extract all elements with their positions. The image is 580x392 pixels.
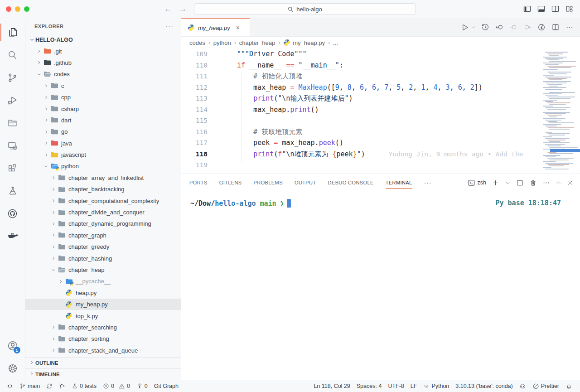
status-git-graph-status[interactable] <box>56 380 68 392</box>
code-line-117[interactable]: 117 peek = max_heap.peek() <box>181 137 536 149</box>
code-line-109[interactable]: 109"""Driver Code""" <box>181 48 536 60</box>
split-panel-icon[interactable] <box>516 179 524 187</box>
explorer-more-actions-icon[interactable]: ··· <box>165 22 174 30</box>
tab-my-heap[interactable]: my_heap.py × <box>181 18 250 36</box>
breadcrumb-item[interactable]: codes <box>189 39 205 46</box>
terminal[interactable]: ~/Dow/hello-algo main❯ Py base 18:18:47 <box>181 191 580 380</box>
status-copilot[interactable] <box>516 380 529 392</box>
run-button[interactable] <box>461 23 475 32</box>
minimize-window-button[interactable] <box>15 6 20 12</box>
tree-item-chapter-hashing[interactable]: chapter_hashing <box>25 252 181 264</box>
activity-source-control[interactable] <box>0 66 25 89</box>
tree-root[interactable]: HELLO-ALGO <box>25 34 181 45</box>
panel-tab-gitlens[interactable]: GITLENS <box>219 174 242 191</box>
more-icon[interactable] <box>542 179 550 187</box>
panel-tab-terminal[interactable]: TERMINAL <box>386 174 412 191</box>
code-line-110[interactable]: 110if __name__ == "__main__": <box>181 60 536 71</box>
tree-item-chapter-computational-complexity[interactable]: chapter_computational_complexity <box>25 195 181 206</box>
tree-item-javascript[interactable]: javascript <box>25 149 181 160</box>
panel-tab-ports[interactable]: PORTS <box>189 174 208 191</box>
chevron-up-icon[interactable] <box>556 180 561 186</box>
tree-item-top-k-py[interactable]: top_k.py <box>25 310 181 321</box>
code-line-113[interactable]: 113 print("\n输入列表并建堆后") <box>181 93 536 104</box>
code-line-111[interactable]: 111 # 初始化大顶堆 <box>181 71 536 82</box>
tree-item-my-heap-py[interactable]: my_heap.py <box>25 299 181 310</box>
run-button[interactable] <box>461 23 469 32</box>
layout-split-icon[interactable] <box>551 5 560 13</box>
tree-item-c[interactable]: c <box>25 80 181 92</box>
tree-item-chapter-heap[interactable]: chapter_heap <box>25 264 181 276</box>
layout-sidebar-left-icon[interactable] <box>523 5 532 13</box>
activity-testing[interactable] <box>0 179 25 202</box>
tree-item-cpp[interactable]: cpp <box>25 92 181 103</box>
close-window-button[interactable] <box>6 6 11 12</box>
activity-docker[interactable] <box>0 225 25 247</box>
code-editor[interactable]: 109"""Driver Code"""110if __name__ == "_… <box>181 48 580 174</box>
minimap[interactable] <box>536 48 580 174</box>
status-language-mode[interactable]: Python <box>420 380 452 392</box>
activity-search[interactable] <box>0 44 25 66</box>
status-branch[interactable]: main <box>16 380 43 392</box>
panel-tab-output[interactable]: OUTPUT <box>295 174 316 191</box>
history-icon[interactable] <box>481 23 489 31</box>
activity-accounts[interactable]: 1 <box>0 334 25 357</box>
breadcrumb-item[interactable]: ... <box>333 39 338 46</box>
status-sync[interactable] <box>43 380 56 392</box>
activity-project-manager[interactable] <box>0 111 25 134</box>
tree-item-csharp[interactable]: csharp <box>25 103 181 114</box>
previous-change-icon[interactable] <box>509 23 517 31</box>
tree-item-heap-py[interactable]: heap.py <box>25 287 181 299</box>
tree-item-chapter-dynamic-programming[interactable]: chapter_dynamic_programming <box>25 218 181 229</box>
status-eol[interactable]: LF <box>407 380 420 392</box>
breadcrumb-item[interactable]: python <box>213 39 231 46</box>
tree-item-chapter-searching[interactable]: chapter_searching <box>25 322 181 333</box>
trash-icon[interactable] <box>529 179 537 187</box>
layout-customize-icon[interactable] <box>565 5 574 13</box>
activity-explorer[interactable] <box>0 21 25 44</box>
nav-back-icon[interactable]: ← <box>164 5 172 14</box>
code-line-115[interactable]: 115 <box>181 115 536 126</box>
status-git-graph[interactable]: Git Graph <box>151 380 182 392</box>
sidebar-section-outline[interactable]: OUTLINE <box>25 357 181 368</box>
status-tests[interactable]: 0 tests <box>68 380 100 392</box>
panel-tabs-more-icon[interactable]: ··· <box>424 179 432 186</box>
tree-item-chapter-divide-and-conquer[interactable]: chapter_divide_and_conquer <box>25 207 181 218</box>
close-icon[interactable] <box>567 179 574 186</box>
tree-item-chapter-backtracking[interactable]: chapter_backtracking <box>25 184 181 195</box>
status-prettier[interactable]: Prettier <box>529 380 562 392</box>
next-change-icon[interactable] <box>523 23 532 31</box>
tree-item-chapter-greedy[interactable]: chapter_greedy <box>25 241 181 252</box>
status-notifications[interactable] <box>562 380 575 392</box>
chevron-down-icon[interactable] <box>505 180 511 186</box>
split-editor-icon[interactable] <box>551 23 560 31</box>
status-cursor-position[interactable]: Ln 118, Col 29 <box>310 380 353 392</box>
tree-item-java[interactable]: java <box>25 138 181 149</box>
code-line-112[interactable]: 112 max_heap = MaxHeap([9, 8, 6, 6, 7, 5… <box>181 82 536 93</box>
activity-run-debug[interactable] <box>0 89 25 111</box>
status-ports-forwarded[interactable]: 0 <box>133 380 151 392</box>
tree-item-chapter-graph[interactable]: chapter_graph <box>25 230 181 241</box>
panel-tab-problems[interactable]: PROBLEMS <box>254 174 283 191</box>
tree-item--github[interactable]: .github <box>25 57 181 68</box>
activity-extensions[interactable] <box>0 157 25 179</box>
tree-item-dart[interactable]: dart <box>25 115 181 126</box>
tree-item-chapter-stack-and-queue[interactable]: chapter_stack_and_queue <box>25 345 181 356</box>
command-center-search[interactable]: hello-algo <box>194 3 416 15</box>
status-indentation[interactable]: Spaces: 4 <box>353 380 385 392</box>
more-actions-icon[interactable] <box>566 23 574 31</box>
code-line-118[interactable]: 118 print(f"\n堆顶元素为 {peek}")Yudong Jin, … <box>181 149 536 160</box>
status-problems[interactable]: 00 <box>100 380 133 392</box>
zoom-window-button[interactable] <box>24 6 29 12</box>
open-changes-icon[interactable] <box>495 23 503 31</box>
activity-remote-explorer[interactable] <box>0 134 25 157</box>
activity-github[interactable] <box>0 202 25 225</box>
tree-item-chapter-sorting[interactable]: chapter_sorting <box>25 333 181 344</box>
code-line-114[interactable]: 114 max_heap.print() <box>181 104 536 116</box>
layout-panel-icon[interactable] <box>537 5 546 13</box>
activity-settings[interactable] <box>0 357 25 380</box>
status-python-interpreter[interactable]: 3.10.13 ('base': conda) <box>452 380 516 392</box>
code-line-116[interactable]: 116 # 获取堆顶元素 <box>181 126 536 138</box>
nav-forward-icon[interactable]: → <box>179 5 187 14</box>
status-encoding[interactable]: UTF-8 <box>385 380 407 392</box>
tree-item--pycache-[interactable]: __pycache__ <box>25 276 181 287</box>
